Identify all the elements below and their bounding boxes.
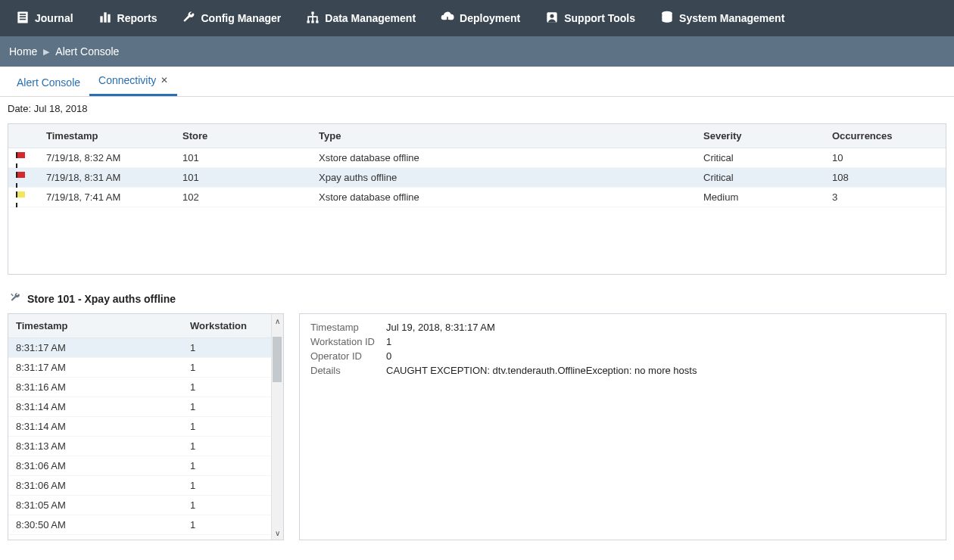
- list-item[interactable]: 8:31:13 AM1: [8, 437, 283, 456]
- col-timestamp[interactable]: Timestamp: [39, 124, 175, 148]
- scroll-thumb[interactable]: [273, 337, 282, 382]
- date-label: Date: Jul 18, 2018: [8, 103, 946, 114]
- svg-rect-7: [312, 11, 314, 14]
- occurrence-table: Timestamp Workstation: [8, 314, 283, 338]
- occ-workstation: 1: [182, 378, 283, 397]
- chevron-right-icon: ▶: [43, 47, 49, 57]
- svg-rect-8: [307, 20, 310, 23]
- list-item[interactable]: 8:31:06 AM1: [8, 476, 283, 496]
- col-severity[interactable]: Severity: [696, 124, 825, 148]
- alerts-table: Timestamp Store Type Severity Occurrence…: [8, 124, 946, 207]
- detail-heading: Store 101 - Xpay auths offline: [9, 291, 946, 306]
- scroll-down-icon[interactable]: ∨: [272, 526, 283, 540]
- col-type[interactable]: Type: [311, 124, 696, 148]
- list-item[interactable]: 8:31:17 AM1: [8, 338, 283, 358]
- occ-workstation: 1: [182, 338, 283, 358]
- detail-meta-panel: Timestamp Jul 19, 2018, 8:31:17 AM Works…: [299, 313, 946, 540]
- list-item[interactable]: 8:30:50 AM1: [8, 515, 283, 535]
- tab-label: Alert Console: [17, 76, 80, 89]
- occ-timestamp: 8:31:05 AM: [8, 496, 182, 515]
- occ-col-workstation[interactable]: Workstation: [182, 314, 283, 338]
- occurrence-panel: Timestamp Workstation 8:31:17 AM18:31:17…: [8, 313, 284, 540]
- nav-deployment[interactable]: Deployment: [434, 5, 526, 32]
- nav-label: Journal: [35, 12, 73, 24]
- breadcrumb-home[interactable]: Home: [9, 45, 37, 58]
- nav-reports[interactable]: Reports: [92, 5, 164, 32]
- breadcrumb: Home ▶ Alert Console: [0, 36, 954, 67]
- scrollbar[interactable]: ∧ ∨: [271, 314, 283, 540]
- col-occurrences[interactable]: Occurrences: [825, 124, 946, 148]
- wrench-icon: [181, 10, 196, 27]
- occ-workstation: 1: [182, 496, 283, 515]
- list-item[interactable]: 8:31:06 AM1: [8, 456, 283, 476]
- nav-label: System Management: [679, 12, 784, 24]
- tab-connectivity[interactable]: Connectivity ✕: [89, 67, 177, 96]
- nav-config-manager[interactable]: Config Manager: [175, 5, 287, 32]
- cloud-download-icon: [440, 10, 455, 27]
- list-item[interactable]: 8:31:17 AM1: [8, 358, 283, 378]
- occ-workstation: 1: [182, 417, 283, 437]
- occ-timestamp: 8:31:06 AM: [8, 456, 182, 476]
- svg-rect-2: [20, 16, 26, 17]
- meta-timestamp-value: Jul 19, 2018, 8:31:17 AM: [386, 322, 495, 333]
- cell-timestamp: 7/19/18, 8:31 AM: [39, 168, 175, 188]
- cell-timestamp: 7/19/18, 7:41 AM: [39, 188, 175, 207]
- col-store[interactable]: Store: [175, 124, 311, 148]
- table-row[interactable]: 7/19/18, 7:41 AM102Xstore database offli…: [8, 188, 946, 207]
- occ-workstation: 1: [182, 437, 283, 456]
- cell-type: Xstore database offline: [311, 188, 696, 207]
- meta-details-label: Details: [310, 365, 386, 376]
- nav-journal[interactable]: Journal: [9, 5, 80, 32]
- list-item[interactable]: 8:31:14 AM1: [8, 417, 283, 437]
- occ-timestamp: 8:31:17 AM: [8, 338, 182, 358]
- list-item[interactable]: 8:31:16 AM1: [8, 378, 283, 397]
- occ-timestamp: 8:31:14 AM: [8, 417, 182, 437]
- occ-col-timestamp[interactable]: Timestamp: [8, 314, 182, 338]
- nav-system-management[interactable]: System Management: [653, 5, 790, 32]
- nav-label: Reports: [117, 12, 157, 24]
- hierarchy-icon: [305, 10, 320, 27]
- tabs-row: Alert Console Connectivity ✕: [0, 67, 954, 97]
- svg-rect-10: [316, 20, 318, 23]
- detail-row: Timestamp Workstation 8:31:17 AM18:31:17…: [8, 313, 946, 540]
- list-item[interactable]: 8:31:05 AM1: [8, 496, 283, 515]
- nav-label: Support Tools: [564, 12, 635, 24]
- occ-timestamp: 8:31:14 AM: [8, 397, 182, 417]
- col-flag[interactable]: [8, 124, 39, 148]
- tab-alert-console[interactable]: Alert Console: [8, 69, 89, 96]
- top-nav: Journal Reports Config Manager Data Mana…: [0, 0, 954, 36]
- nav-support-tools[interactable]: Support Tools: [538, 5, 641, 32]
- breadcrumb-current[interactable]: Alert Console: [55, 45, 119, 58]
- occ-timestamp: 8:30:50 AM: [8, 535, 182, 537]
- svg-point-12: [550, 14, 554, 17]
- database-icon: [659, 10, 675, 27]
- nav-label: Config Manager: [201, 12, 281, 24]
- cell-type: Xpay auths offline: [311, 168, 696, 188]
- list-item[interactable]: 8:30:50 AM1: [8, 535, 283, 537]
- cell-store: 101: [175, 148, 311, 168]
- flag-icon: [16, 152, 26, 163]
- cell-severity: Medium: [696, 188, 825, 207]
- occ-timestamp: 8:31:06 AM: [8, 476, 182, 496]
- svg-rect-1: [20, 14, 26, 15]
- meta-details-value: CAUGHT EXCEPTION: dtv.tenderauth.Offline…: [386, 365, 697, 376]
- occ-workstation: 1: [182, 515, 283, 535]
- nav-data-management[interactable]: Data Management: [299, 5, 422, 32]
- table-row[interactable]: 7/19/18, 8:31 AM101Xpay auths offlineCri…: [8, 168, 946, 188]
- occ-workstation: 1: [182, 397, 283, 417]
- reports-icon: [98, 10, 113, 27]
- svg-rect-9: [312, 20, 314, 23]
- nav-label: Data Management: [325, 12, 416, 24]
- nav-label: Deployment: [460, 12, 520, 24]
- close-icon[interactable]: ✕: [161, 75, 168, 86]
- occ-timestamp: 8:31:17 AM: [8, 358, 182, 378]
- occ-workstation: 1: [182, 535, 283, 537]
- occ-timestamp: 8:31:13 AM: [8, 437, 182, 456]
- occ-workstation: 1: [182, 476, 283, 496]
- tab-label: Connectivity: [98, 74, 156, 86]
- table-row[interactable]: 7/19/18, 8:32 AM101Xstore database offli…: [8, 148, 946, 168]
- list-item[interactable]: 8:31:14 AM1: [8, 397, 283, 417]
- scroll-up-icon[interactable]: ∧: [272, 314, 283, 328]
- flag-icon: [16, 191, 26, 202]
- cell-type: Xstore database offline: [311, 148, 696, 168]
